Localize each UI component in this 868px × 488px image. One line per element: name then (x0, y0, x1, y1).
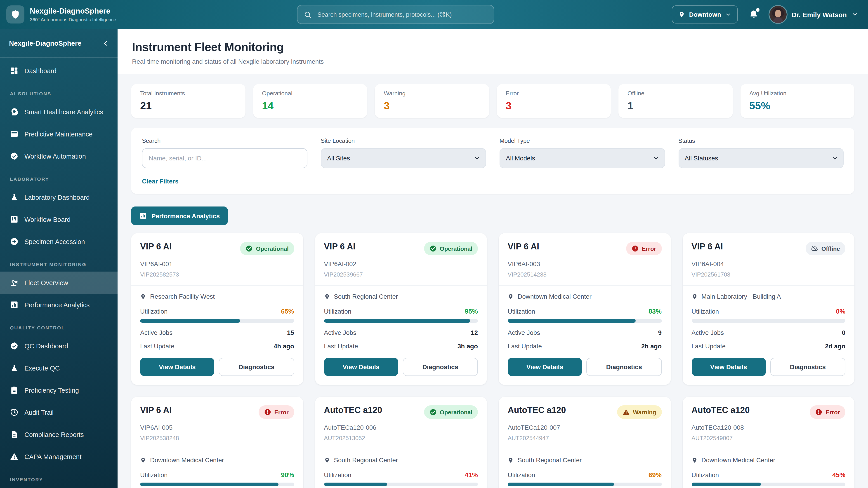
active-jobs-label: Active Jobs (140, 329, 173, 336)
sidebar-item-predictive-maintenance[interactable]: Predictive Maintenance (0, 123, 118, 145)
global-search[interactable] (297, 5, 494, 24)
instrument-card-vip6ai-005: VIP 6 AIErrorVIP6AI-005VIP202538248Downt… (131, 397, 303, 488)
utilization-label: Utilization (691, 308, 719, 315)
clear-filters-link[interactable]: Clear Filters (142, 177, 179, 185)
sidebar-item-label: Fleet Overview (24, 279, 68, 286)
sidebar-item-execute-qc[interactable]: Execute QC (0, 357, 118, 379)
diagnostics-button[interactable]: Diagnostics (403, 358, 478, 376)
utilization-value: 95% (465, 308, 478, 315)
device-id: VIP6AI-005 (140, 424, 294, 431)
device-id: VIP6AI-001 (140, 260, 294, 267)
instrument-card-autoteca120-008: AutoTEC a120ErrorAutoTECa120-008AUT20254… (682, 397, 855, 488)
location-selector[interactable]: Downtown (672, 5, 738, 24)
active-jobs-label: Active Jobs (324, 329, 356, 336)
sidebar-item-label: Proficiency Testing (24, 387, 79, 394)
utilization-bar (140, 319, 294, 323)
device-id: VIP6AI-002 (324, 260, 478, 267)
stat-label: Avg Utilization (749, 90, 845, 97)
stat-card-operational: Operational14 (253, 84, 367, 118)
instrument-card-autoteca120-007: AutoTEC a120WarningAutoTECa120-007AUT202… (499, 397, 671, 488)
device-id: AutoTECa120-006 (324, 424, 478, 431)
last-update-value: 3h ago (458, 343, 478, 350)
sidebar-collapse-button[interactable] (102, 39, 110, 47)
stat-label: Offline (627, 90, 723, 97)
diagnostics-button[interactable]: Diagnostics (770, 358, 846, 376)
device-id: AutoTECa120-008 (691, 424, 845, 431)
sidebar-item-qc-dashboard[interactable]: QC Dashboard (0, 335, 118, 357)
search-icon (304, 11, 311, 18)
sidebar-item-audit-trail[interactable]: Audit Trail (0, 401, 118, 423)
sidebar-item-proficiency-testing[interactable]: Proficiency Testing (0, 379, 118, 401)
chevron-down-icon (725, 11, 731, 18)
instrument-card-vip6ai-001: VIP 6 AIOperationalVIP6AI-001VIP20258257… (131, 233, 303, 385)
pin-icon (140, 457, 146, 463)
stat-value: 3 (384, 100, 480, 111)
view-details-button[interactable]: View Details (508, 358, 582, 376)
sidebar-item-workflow-automation[interactable]: Workflow Automation (0, 145, 118, 167)
sidebar-item-workflow-board[interactable]: Workflow Board (0, 208, 118, 230)
utilization-bar-fill (691, 483, 761, 486)
sidebar-item-capa-management[interactable]: CAPA Management (0, 446, 118, 468)
status-badge: Error (626, 242, 662, 255)
sidebar-item-fleet-overview[interactable]: Fleet Overview (0, 271, 118, 294)
instrument-cards-grid: VIP 6 AIOperationalVIP6AI-001VIP20258257… (131, 233, 855, 488)
bar-chart-icon (10, 300, 19, 309)
stat-value: 1 (627, 100, 723, 111)
status-badge: Warning (617, 405, 662, 419)
diagnostics-button[interactable]: Diagnostics (219, 358, 294, 376)
status-badge: Operational (424, 242, 478, 255)
sidebar-item-label: QC Dashboard (24, 342, 68, 350)
instrument-model: AutoTEC a120 (508, 405, 566, 415)
device-id: VIP6AI-003 (508, 260, 662, 267)
view-details-button[interactable]: View Details (691, 358, 766, 376)
utilization-bar-fill (140, 319, 240, 323)
sidebar-section-laboratory: LABORATORY (0, 172, 118, 186)
site-name: Research Facility West (150, 293, 215, 300)
sidebar-item-label: Execute QC (24, 364, 60, 372)
warning-triangle-icon (622, 409, 630, 416)
device-id: AutoTECa120-007 (508, 424, 662, 431)
sidebar-item-compliance-reports[interactable]: Compliance Reports (0, 423, 118, 446)
global-search-input[interactable] (316, 11, 487, 18)
view-details-button[interactable]: View Details (140, 358, 215, 376)
model-type-select[interactable]: All Models (500, 148, 665, 168)
sidebar-item-smart-healthcare-analytics[interactable]: Smart Healthcare Analytics (0, 101, 118, 123)
utilization-value: 90% (281, 471, 294, 479)
app-title: Nexgile-DiagnoSphere (30, 7, 116, 15)
sidebar-item-dashboard[interactable]: Dashboard (0, 60, 118, 82)
status-select[interactable]: All Statuses (678, 148, 844, 168)
serial-number: VIP202538248 (140, 435, 294, 442)
utilization-bar-fill (508, 483, 614, 486)
status-label: Warning (633, 409, 656, 416)
status-label: Operational (440, 245, 473, 252)
pin-icon (691, 457, 698, 463)
instrument-card-vip6ai-004: VIP 6 AIOfflineVIP6AI-004VIP202561703Mai… (682, 233, 855, 385)
user-menu[interactable]: Dr. Emily Watson (770, 6, 858, 23)
active-jobs-label: Active Jobs (508, 329, 540, 336)
site-location-select[interactable]: All Sites (321, 148, 486, 168)
utilization-bar-fill (508, 319, 636, 323)
sidebar-item-specimen-accession[interactable]: Specimen Accession (0, 230, 118, 253)
view-details-button[interactable]: View Details (324, 358, 398, 376)
sidebar-item-label: Performance Analytics (24, 301, 90, 308)
utilization-bar-fill (324, 319, 470, 323)
stat-label: Warning (384, 90, 480, 97)
sidebar-title: Nexgile-DiagnoSphere (9, 39, 81, 47)
page-title: Instrument Fleet Monitoring (132, 40, 854, 54)
sidebar-section-inventory: INVENTORY (0, 472, 118, 487)
main-content: Instrument Fleet Monitoring Real-time mo… (118, 29, 868, 488)
utilization-value: 0% (836, 308, 845, 315)
top-header: Nexgile-DiagnoSphere 360° Autonomous Dia… (0, 0, 868, 29)
diagnostics-button[interactable]: Diagnostics (587, 358, 662, 376)
cloud-off-icon (811, 245, 818, 252)
utilization-bar (324, 483, 478, 486)
filter-search-input[interactable] (142, 148, 307, 168)
active-jobs-label: Active Jobs (691, 329, 724, 336)
pin-icon (324, 293, 330, 299)
sidebar-item-laboratory-dashboard[interactable]: Laboratory Dashboard (0, 186, 118, 208)
notifications-button[interactable] (749, 9, 758, 20)
last-update-value: 2d ago (825, 343, 845, 350)
warning-icon (10, 452, 19, 461)
sidebar-item-performance-analytics[interactable]: Performance Analytics (0, 294, 118, 316)
performance-analytics-button[interactable]: Performance Analytics (131, 206, 228, 225)
